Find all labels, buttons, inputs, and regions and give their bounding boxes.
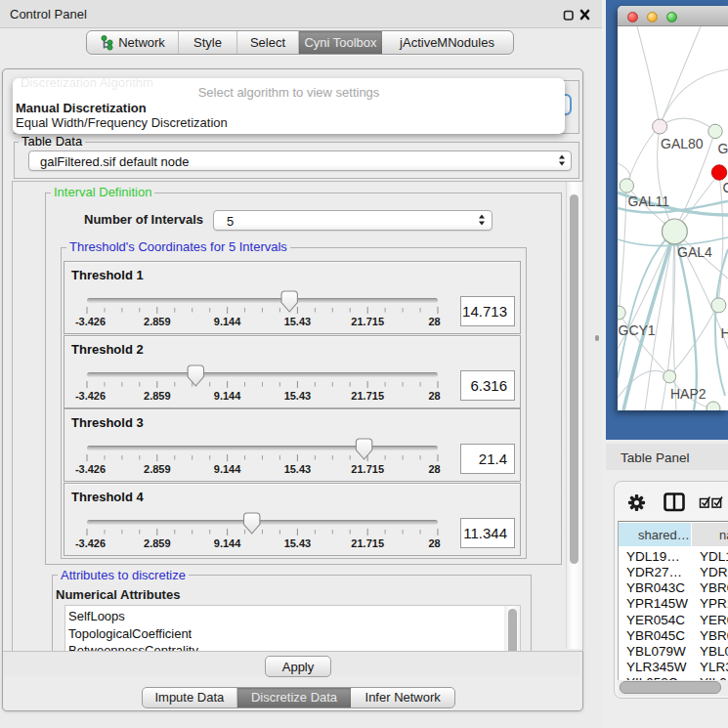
svg-text:28: 28 [428, 389, 440, 401]
svg-text:9.144: 9.144 [214, 463, 241, 475]
svg-text:9.144: 9.144 [214, 389, 241, 401]
svg-text:CD: CD [723, 180, 728, 195]
svg-text:15.43: 15.43 [284, 536, 312, 548]
svg-text:HAP2: HAP2 [670, 386, 707, 402]
svg-text:-3.426: -3.426 [75, 463, 106, 475]
svg-text:GAL11: GAL11 [628, 193, 670, 209]
svg-text:GAL4: GAL4 [677, 244, 712, 260]
svg-text:GAL80: GAL80 [661, 136, 704, 151]
svg-text:21.715: 21.715 [351, 536, 384, 548]
svg-text:21.715: 21.715 [351, 316, 384, 327]
svg-text:21.715: 21.715 [351, 389, 384, 401]
svg-text:-3.426: -3.426 [75, 389, 106, 401]
svg-text:HA: HA [721, 325, 728, 341]
svg-text:9.144: 9.144 [214, 316, 241, 327]
svg-text:2.859: 2.859 [144, 316, 171, 327]
svg-text:GCY1: GCY1 [619, 322, 656, 338]
svg-text:2.859: 2.859 [144, 536, 171, 548]
svg-text:15.43: 15.43 [284, 463, 312, 475]
svg-text:2.859: 2.859 [144, 389, 171, 401]
svg-text:9.144: 9.144 [214, 536, 241, 548]
svg-text:2.859: 2.859 [144, 463, 171, 475]
svg-text:28: 28 [428, 316, 440, 327]
svg-text:-3.426: -3.426 [75, 536, 106, 548]
svg-text:28: 28 [428, 463, 440, 475]
svg-text:21.715: 21.715 [351, 463, 384, 475]
svg-text:GA: GA [718, 141, 728, 156]
svg-text:15.43: 15.43 [284, 316, 312, 327]
svg-text:15.43: 15.43 [284, 389, 312, 401]
svg-text:-3.426: -3.426 [75, 316, 106, 327]
svg-text:28: 28 [428, 536, 440, 548]
